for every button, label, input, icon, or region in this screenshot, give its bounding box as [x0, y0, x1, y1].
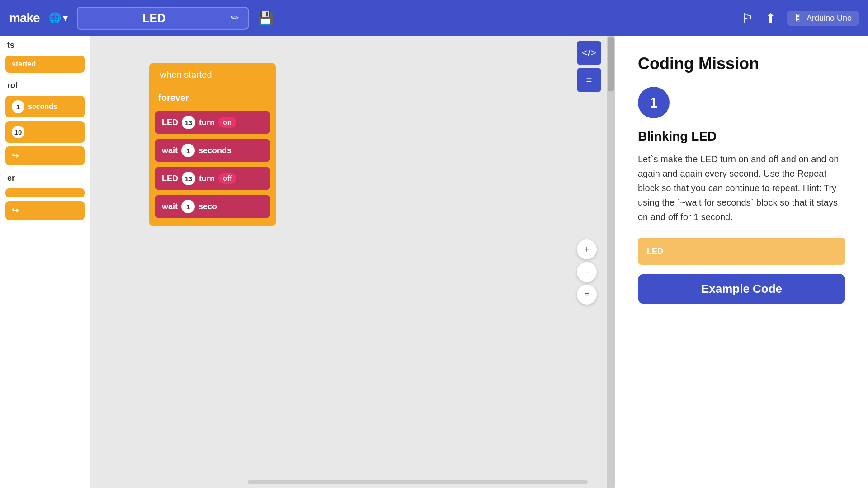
led-pin-1: 13	[182, 116, 195, 129]
device-name: Arduino Uno	[807, 14, 852, 23]
globe-icon: 🌐	[49, 12, 61, 24]
forever-block[interactable]: forever	[149, 86, 276, 109]
block-er-item[interactable]	[5, 188, 85, 197]
step-description: Let`s make the LED turn on and off and o…	[638, 152, 845, 224]
example-code-preview: LED ...	[638, 238, 845, 265]
seconds-label-2: seconds	[198, 202, 217, 211]
arrow2-icon: ↪	[12, 206, 19, 216]
block-wait-value: 1	[12, 100, 24, 113]
block-wait-seconds[interactable]: 1 seconds	[5, 96, 85, 117]
header-right-controls: 🏳 ⬆ 🎛 Arduino Uno	[742, 11, 859, 26]
code-icon: </>	[582, 47, 596, 59]
save-icon[interactable]: 💾	[258, 11, 274, 26]
step-number-badge: 1	[638, 87, 670, 118]
wait-label-2: wait	[162, 202, 178, 211]
step-title: Blinking LED	[638, 129, 845, 144]
app-header: make 🌐 ▾ LED ✏ 💾 🏳 ⬆ 🎛 Arduino Uno	[0, 0, 868, 36]
turn-label-2: turn	[199, 174, 215, 183]
palette-section-rol: rol	[0, 76, 90, 92]
led-label-1: LED	[162, 118, 178, 127]
device-selector[interactable]: 🎛 Arduino Uno	[787, 11, 859, 26]
zoom-out-button[interactable]: −	[577, 262, 597, 282]
led-turn-off-block[interactable]: LED 13 turn off	[155, 167, 270, 190]
block-palette: ts started rol 1 seconds 10 ↪ er ↪	[0, 36, 90, 488]
block-seconds-label: seconds	[28, 103, 57, 111]
off-dropdown[interactable]: off	[218, 173, 236, 184]
block-repeat-2[interactable]: ↪	[5, 201, 85, 220]
led-pin-2: 13	[182, 172, 195, 185]
canvas-scrollbar-horizontal[interactable]	[248, 480, 588, 484]
main-content: ts started rol 1 seconds 10 ↪ er ↪ </>	[0, 36, 868, 488]
flag-icon[interactable]: 🏳	[742, 11, 755, 26]
list-view-button[interactable]: ≡	[577, 68, 601, 92]
block-10-value: 10	[12, 126, 24, 138]
device-icon: 🎛	[794, 14, 802, 23]
block-repeat-1[interactable]: ↪	[5, 146, 85, 165]
when-started-block[interactable]: when started	[149, 63, 276, 86]
block-canvas[interactable]: </> ≡ when started forever	[90, 36, 615, 488]
wait-value-1: 1	[181, 144, 195, 157]
zoom-controls: + − =	[577, 239, 597, 305]
blocks-workspace: when started forever LED 13 turn on	[149, 63, 276, 226]
turn-label-1: turn	[199, 118, 215, 127]
block-started-label: started	[12, 60, 36, 68]
wait-1-block[interactable]: wait 1 seconds	[155, 139, 270, 162]
block-wait-10[interactable]: 10	[5, 121, 85, 143]
arrow1-icon: ↪	[12, 151, 19, 161]
project-title: LED	[87, 11, 222, 25]
block-started[interactable]: started	[5, 56, 85, 73]
canvas-scrollbar-vertical[interactable]	[607, 36, 615, 488]
example-code-button[interactable]: Example Code	[638, 274, 845, 304]
chevron-down-icon: ▾	[63, 12, 68, 24]
scrollbar-thumb	[608, 37, 614, 91]
on-dropdown[interactable]: on	[218, 117, 236, 128]
zoom-in-button[interactable]: +	[577, 239, 597, 259]
list-icon: ≡	[586, 74, 592, 86]
led-turn-on-block[interactable]: LED 13 turn on	[155, 111, 270, 134]
project-title-area: LED ✏	[77, 7, 249, 30]
when-started-label: when started	[160, 70, 212, 80]
example-dots: ...	[672, 247, 678, 255]
zoom-reset-button[interactable]: =	[577, 285, 597, 305]
zoom-reset-icon: =	[584, 290, 590, 300]
app-logo: make	[9, 11, 40, 25]
mission-panel: Coding Mission 1 Blinking LED Let`s make…	[615, 36, 868, 488]
example-led-label: LED	[647, 247, 663, 256]
language-selector[interactable]: 🌐 ▾	[49, 12, 68, 24]
seconds-label-1: seconds	[198, 146, 231, 155]
zoom-out-icon: −	[584, 267, 590, 277]
led-label-2: LED	[162, 174, 178, 183]
upload-icon[interactable]: ⬆	[765, 11, 776, 26]
code-view-button[interactable]: </>	[577, 41, 601, 65]
inner-blocks: LED 13 turn on wait 1 seconds	[155, 109, 270, 220]
palette-section-er: er	[0, 169, 90, 185]
mission-title: Coding Mission	[638, 54, 845, 73]
wait-value-2: 1	[181, 200, 195, 213]
palette-section-ts: ts	[0, 36, 90, 52]
edit-title-icon[interactable]: ✏	[231, 12, 239, 24]
wait-label-1: wait	[162, 146, 178, 155]
forever-label: forever	[158, 93, 189, 103]
canvas-toolbar: </> ≡	[577, 41, 601, 92]
zoom-in-icon: +	[584, 244, 590, 255]
wait-2-block[interactable]: wait 1 seconds	[155, 195, 270, 218]
